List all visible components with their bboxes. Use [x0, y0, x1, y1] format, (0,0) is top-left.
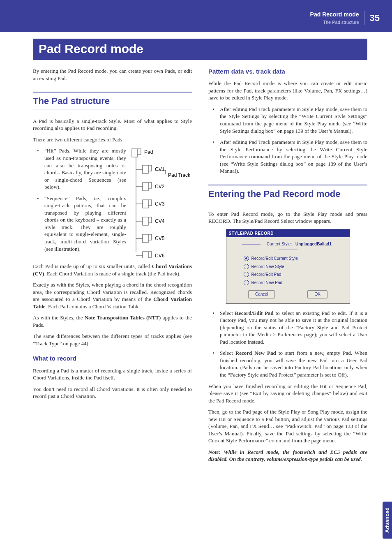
- bullet-list: Select Record/Edit Pad to select an exis…: [208, 310, 367, 379]
- body-text: Each Pad is made up of up to six smaller…: [33, 263, 192, 277]
- radio-icon: [244, 264, 249, 269]
- cancel-button[interactable]: Cancel: [248, 290, 275, 298]
- body-text: You don’t need to record all Chord Varia…: [33, 386, 192, 400]
- radio-label: Record New Pad: [251, 280, 283, 286]
- section-entering-pad-record: Entering the Pad Record mode: [208, 185, 367, 202]
- header-title: Pad Record mode: [310, 11, 359, 18]
- subhead-what-to-record: What to record: [33, 354, 192, 363]
- list-item: “Sequence” Pads, i.e., complex single-tr…: [33, 195, 192, 252]
- style-pad-record-dialog: STYLE/PAD RECORD Current Style: Unplugge…: [226, 229, 350, 304]
- body-text: There are two different categories of Pa…: [33, 136, 192, 143]
- right-column: Pattern data vs. track data While the Pa…: [208, 67, 367, 467]
- body-text: Recording a Pad is a matter of recording…: [33, 367, 192, 382]
- radio-icon: [244, 256, 249, 261]
- left-column: By entering the Pad Record mode, you can…: [33, 67, 192, 467]
- intro-text: By entering the Pad Record mode, you can…: [33, 67, 192, 82]
- radio-option[interactable]: Record/Edit Pad: [244, 272, 344, 278]
- dialog-group-label: Current Style: UnpluggedBallad1: [232, 241, 344, 252]
- bullet-list: After editing Pad Track parameters in St…: [208, 106, 367, 175]
- chapter-title: Pad Record mode: [33, 39, 367, 60]
- body-text: To enter Pad Record mode, go to the Styl…: [208, 210, 367, 225]
- body-text: Exactly as with the Styles, when playing…: [33, 281, 192, 310]
- dialog-title: STYLE/PAD RECORD: [226, 229, 350, 238]
- tree-item-label: CV6: [155, 253, 165, 258]
- radio-option[interactable]: Record/Edit Current Style: [244, 256, 344, 261]
- list-item: After editing Pad Track parameters in St…: [208, 106, 367, 134]
- list-item: Select Record New Pad to start from a ne…: [208, 349, 367, 378]
- section-pad-structure: The Pad structure: [33, 92, 192, 109]
- body-text: A Pad is basically a single-track Style.…: [33, 118, 192, 132]
- body-text: The same differences between the differe…: [33, 333, 192, 347]
- subhead-pattern-vs-track: Pattern data vs. track data: [208, 67, 367, 76]
- body-text: Then, go to the Pad page of the Style Pl…: [208, 408, 367, 444]
- bullet-list: “Hit” Pads. While they are mostly used a…: [33, 147, 192, 252]
- list-item: “Hit” Pads. While they are mostly used a…: [33, 147, 192, 190]
- body-text: When you have finished recording or edit…: [208, 383, 367, 405]
- radio-label: Record New Style: [251, 264, 284, 270]
- ok-button[interactable]: OK: [307, 290, 327, 298]
- list-item: Select Record/Edit Pad to select an exis…: [208, 310, 367, 346]
- radio-option[interactable]: Record New Pad: [244, 280, 344, 286]
- radio-option[interactable]: Record New Style: [244, 264, 344, 270]
- header-divider: [364, 11, 364, 25]
- body-text: While the Pad Record mode is where you c…: [208, 80, 367, 102]
- radio-icon: [244, 280, 249, 285]
- note-text: Note: While in Record mode, the footswit…: [208, 449, 367, 463]
- radio-label: Record/Edit Current Style: [251, 256, 298, 261]
- header-right: Pad Record mode The Pad structure 35: [310, 11, 380, 25]
- list-item: After editing Pad Track parameters in St…: [208, 139, 367, 175]
- header-subtitle: The Pad structure: [323, 20, 359, 25]
- radio-label: Record/Edit Pad: [251, 272, 281, 278]
- side-tab-advanced: Advanced: [383, 502, 392, 539]
- body-text: As with the Styles, the Note Transpositi…: [33, 314, 192, 328]
- page-header: Pad Record mode The Pad structure 35: [0, 0, 392, 32]
- radio-icon: [244, 272, 249, 277]
- header-page-number: 35: [370, 13, 380, 23]
